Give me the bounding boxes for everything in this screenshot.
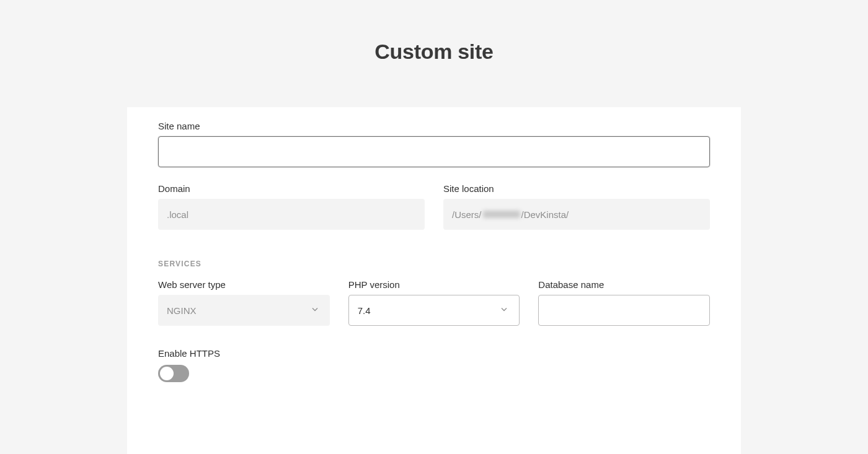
toggle-knob — [160, 367, 174, 380]
enable-https-toggle[interactable] — [158, 365, 189, 382]
web-server-value: NGINX — [167, 305, 197, 316]
php-version-select[interactable]: 7.4 — [348, 295, 520, 326]
site-location-label: Site location — [443, 183, 710, 194]
site-location-field: /Users//DevKinsta/ — [443, 199, 710, 230]
database-name-label: Database name — [538, 279, 710, 290]
chevron-down-icon — [310, 305, 320, 316]
php-version-label: PHP version — [348, 279, 520, 290]
services-heading: SERVICES — [158, 260, 710, 268]
location-prefix: /Users/ — [452, 209, 482, 220]
database-name-input[interactable] — [538, 295, 710, 326]
web-server-label: Web server type — [158, 279, 330, 290]
domain-label: Domain — [158, 183, 425, 194]
enable-https-label: Enable HTTPS — [158, 348, 710, 359]
site-name-input[interactable] — [158, 136, 710, 167]
location-username-redacted — [483, 211, 520, 218]
form-card: Site name Domain .local Site location /U… — [127, 107, 741, 454]
page-title: Custom site — [374, 40, 493, 64]
php-version-value: 7.4 — [358, 305, 371, 316]
chevron-down-icon — [499, 305, 509, 316]
web-server-select[interactable]: NGINX — [158, 295, 330, 326]
domain-field: .local — [158, 199, 425, 230]
location-suffix: /DevKinsta/ — [521, 209, 569, 220]
site-name-label: Site name — [158, 121, 710, 131]
